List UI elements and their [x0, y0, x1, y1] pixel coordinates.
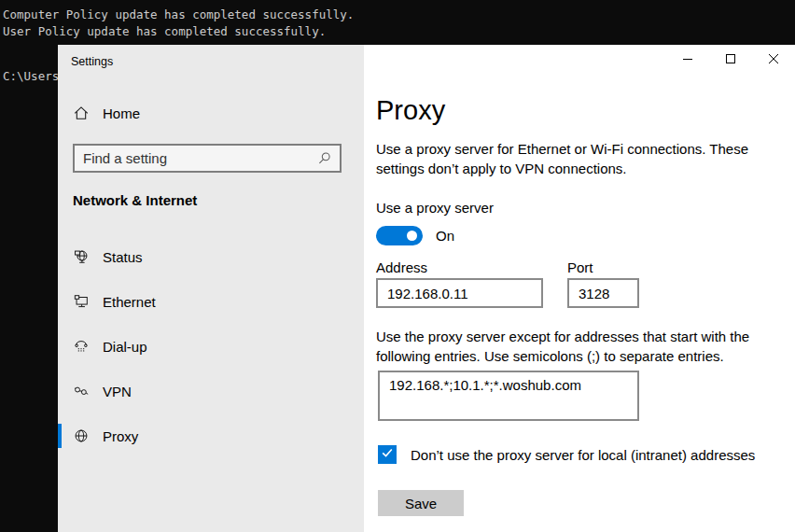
- checkmark-icon: [380, 445, 395, 464]
- sidebar-item-label: Dial-up: [103, 339, 147, 355]
- maximize-icon: [725, 51, 736, 68]
- vpn-icon: [73, 383, 90, 399]
- local-addresses-checkbox[interactable]: [378, 445, 397, 464]
- proxy-settings-panel: Proxy Use a proxy server for Ethernet or…: [364, 45, 795, 532]
- close-icon: [768, 51, 779, 68]
- sidebar-item-label: Proxy: [103, 428, 138, 444]
- use-proxy-server-label: Use a proxy server: [376, 200, 494, 216]
- sidebar-item-vpn[interactable]: VPN: [58, 369, 364, 413]
- sidebar-nav: Status Ethernet: [58, 234, 364, 458]
- minimize-icon: [682, 51, 693, 68]
- sidebar-item-dialup[interactable]: Dial-up: [58, 324, 364, 369]
- window-controls: [666, 45, 795, 75]
- close-button[interactable]: [752, 45, 795, 75]
- toggle-state-label: On: [436, 228, 454, 244]
- search-input[interactable]: [75, 150, 316, 166]
- status-icon: [73, 248, 90, 265]
- console-output: Computer Policy update has completed suc…: [3, 7, 354, 40]
- home-icon: [73, 105, 90, 121]
- toggle-knob: [407, 231, 417, 241]
- address-label: Address: [376, 259, 427, 275]
- sidebar-item-home[interactable]: Home: [73, 105, 140, 121]
- exceptions-field[interactable]: 192.168.*;10.1.*;*.woshub.com: [378, 371, 639, 421]
- sidebar-item-status[interactable]: Status: [58, 234, 364, 279]
- ethernet-icon: [73, 293, 90, 310]
- address-field[interactable]: [376, 278, 543, 308]
- search-box: [73, 144, 342, 173]
- sidebar-item-proxy[interactable]: Proxy: [58, 413, 364, 458]
- page-title: Proxy: [376, 92, 445, 128]
- exceptions-description: Use the proxy server except for addresse…: [376, 327, 795, 366]
- console-prompt: C:\Users: [3, 69, 59, 83]
- sidebar-home-label: Home: [103, 105, 140, 121]
- minimize-button[interactable]: [666, 45, 709, 75]
- sidebar: Home Network & Internet: [58, 45, 364, 532]
- sidebar-item-ethernet[interactable]: Ethernet: [58, 279, 364, 324]
- port-label: Port: [567, 259, 593, 275]
- local-addresses-label: Don’t use the proxy server for local (in…: [411, 447, 755, 463]
- sidebar-item-label: VPN: [103, 384, 132, 399]
- selection-accent-bar: [58, 424, 62, 448]
- page-description: Use a proxy server for Ethernet or Wi-Fi…: [376, 139, 794, 178]
- settings-window: Settings Home: [58, 45, 795, 532]
- sidebar-section-header: Network & Internet: [73, 192, 197, 208]
- local-addresses-row: Don’t use the proxy server for local (in…: [378, 445, 755, 464]
- window-title: Settings: [71, 55, 113, 68]
- search-icon[interactable]: [316, 150, 340, 166]
- use-proxy-server-toggle[interactable]: [376, 226, 423, 245]
- dialup-icon: [73, 338, 90, 355]
- proxy-icon: [73, 427, 90, 444]
- save-button[interactable]: Save: [378, 490, 464, 516]
- sidebar-item-label: Status: [103, 249, 143, 265]
- maximize-button[interactable]: [709, 45, 752, 75]
- sidebar-item-label: Ethernet: [103, 294, 156, 310]
- port-field[interactable]: [567, 278, 639, 308]
